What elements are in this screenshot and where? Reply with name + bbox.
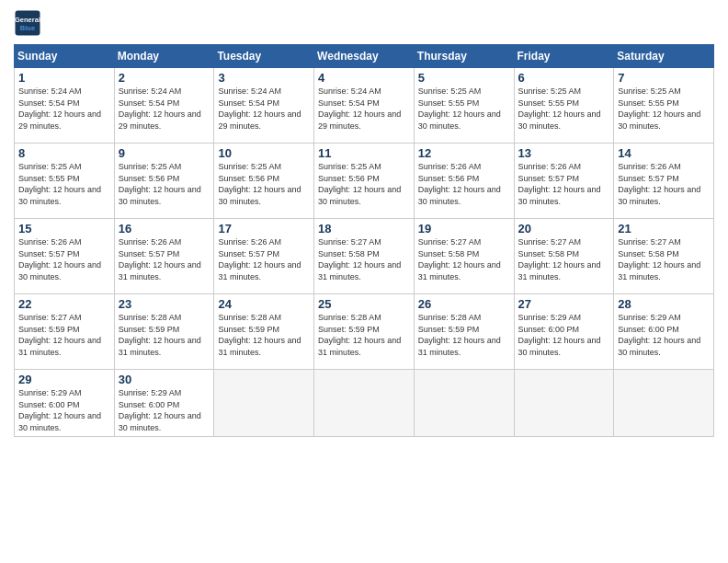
calendar-cell: 9Sunrise: 5:25 AMSunset: 5:56 PMDaylight… [114,144,214,219]
calendar-header-thursday: Thursday [414,45,514,68]
day-info: Sunrise: 5:28 AMSunset: 5:59 PMDaylight:… [318,312,410,358]
calendar-cell [414,370,514,437]
day-number: 30 [119,373,210,386]
calendar-header-row: SundayMondayTuesdayWednesdayThursdayFrid… [15,45,714,68]
day-number: 17 [218,222,310,236]
calendar-cell: 19Sunrise: 5:27 AMSunset: 5:58 PMDayligh… [414,219,514,294]
calendar-cell: 14Sunrise: 5:26 AMSunset: 5:57 PMDayligh… [614,144,714,219]
calendar-cell: 28Sunrise: 5:29 AMSunset: 6:00 PMDayligh… [614,294,714,370]
day-info: Sunrise: 5:24 AMSunset: 5:54 PMDaylight:… [18,86,110,132]
day-info: Sunrise: 5:24 AMSunset: 5:54 PMDaylight:… [318,86,410,132]
calendar-cell: 6Sunrise: 5:25 AMSunset: 5:55 PMDaylight… [514,68,614,144]
day-number: 7 [618,71,710,85]
day-number: 26 [418,297,510,311]
day-info: Sunrise: 5:26 AMSunset: 5:57 PMDaylight:… [218,236,310,282]
calendar-cell: 5Sunrise: 5:25 AMSunset: 5:55 PMDaylight… [414,68,514,144]
calendar-week-row: 1Sunrise: 5:24 AMSunset: 5:54 PMDaylight… [15,68,714,144]
day-number: 15 [18,222,110,236]
day-number: 29 [18,373,110,386]
calendar-cell [314,370,415,437]
day-info: Sunrise: 5:29 AMSunset: 6:00 PMDaylight:… [518,312,610,358]
day-info: Sunrise: 5:26 AMSunset: 5:57 PMDaylight:… [119,236,210,282]
svg-text:General: General [15,16,40,24]
day-number: 13 [518,146,610,160]
header: General Blue [14,9,714,37]
day-number: 10 [218,146,310,160]
calendar-cell: 23Sunrise: 5:28 AMSunset: 5:59 PMDayligh… [114,294,214,370]
day-info: Sunrise: 5:27 AMSunset: 5:58 PMDaylight:… [618,236,710,282]
day-number: 3 [218,71,310,85]
calendar-cell: 7Sunrise: 5:25 AMSunset: 5:55 PMDaylight… [614,68,714,144]
day-number: 23 [119,297,210,311]
day-number: 5 [418,71,510,85]
calendar-cell: 22Sunrise: 5:27 AMSunset: 5:59 PMDayligh… [15,294,115,370]
day-info: Sunrise: 5:27 AMSunset: 5:58 PMDaylight:… [418,236,510,282]
calendar-cell [214,370,314,437]
day-info: Sunrise: 5:29 AMSunset: 6:00 PMDaylight:… [618,312,710,358]
logo-icon: General Blue [14,9,41,37]
day-info: Sunrise: 5:27 AMSunset: 5:58 PMDaylight:… [518,236,610,282]
day-number: 2 [119,71,210,85]
calendar-header-friday: Friday [514,45,614,68]
day-number: 27 [518,297,610,311]
calendar-cell: 24Sunrise: 5:28 AMSunset: 5:59 PMDayligh… [214,294,314,370]
calendar-cell: 4Sunrise: 5:24 AMSunset: 5:54 PMDaylight… [314,68,415,144]
day-number: 20 [518,222,610,236]
day-number: 12 [418,146,510,160]
calendar-header-tuesday: Tuesday [214,45,314,68]
day-info: Sunrise: 5:28 AMSunset: 5:59 PMDaylight:… [119,312,210,358]
calendar-cell: 25Sunrise: 5:28 AMSunset: 5:59 PMDayligh… [314,294,415,370]
calendar-cell [514,370,614,437]
calendar-cell: 8Sunrise: 5:25 AMSunset: 5:55 PMDaylight… [15,144,115,219]
day-info: Sunrise: 5:24 AMSunset: 5:54 PMDaylight:… [218,86,310,132]
day-number: 11 [318,146,410,160]
day-info: Sunrise: 5:29 AMSunset: 6:00 PMDaylight:… [18,387,110,433]
day-info: Sunrise: 5:25 AMSunset: 5:55 PMDaylight:… [18,161,110,207]
calendar-cell: 26Sunrise: 5:28 AMSunset: 5:59 PMDayligh… [414,294,514,370]
day-info: Sunrise: 5:26 AMSunset: 5:57 PMDaylight:… [18,236,110,282]
calendar-cell: 2Sunrise: 5:24 AMSunset: 5:54 PMDaylight… [114,68,214,144]
calendar-cell: 1Sunrise: 5:24 AMSunset: 5:54 PMDaylight… [15,68,115,144]
calendar-cell: 15Sunrise: 5:26 AMSunset: 5:57 PMDayligh… [15,219,115,294]
day-info: Sunrise: 5:28 AMSunset: 5:59 PMDaylight:… [418,312,510,358]
day-number: 28 [618,297,710,311]
calendar-week-row: 22Sunrise: 5:27 AMSunset: 5:59 PMDayligh… [15,294,714,370]
day-info: Sunrise: 5:24 AMSunset: 5:54 PMDaylight:… [119,86,210,132]
day-info: Sunrise: 5:25 AMSunset: 5:55 PMDaylight:… [418,86,510,132]
calendar-week-row: 15Sunrise: 5:26 AMSunset: 5:57 PMDayligh… [15,219,714,294]
day-info: Sunrise: 5:25 AMSunset: 5:55 PMDaylight:… [518,86,610,132]
day-info: Sunrise: 5:29 AMSunset: 6:00 PMDaylight:… [119,387,210,433]
day-info: Sunrise: 5:26 AMSunset: 5:57 PMDaylight:… [618,161,710,207]
day-number: 8 [18,146,110,160]
calendar-cell: 21Sunrise: 5:27 AMSunset: 5:58 PMDayligh… [614,219,714,294]
page: General Blue SundayMondayTuesdayWednesda… [0,0,728,563]
day-info: Sunrise: 5:26 AMSunset: 5:56 PMDaylight:… [418,161,510,207]
calendar-cell: 3Sunrise: 5:24 AMSunset: 5:54 PMDaylight… [214,68,314,144]
calendar-week-row: 29Sunrise: 5:29 AMSunset: 6:00 PMDayligh… [15,370,714,437]
day-info: Sunrise: 5:25 AMSunset: 5:56 PMDaylight:… [119,161,210,207]
calendar-cell: 16Sunrise: 5:26 AMSunset: 5:57 PMDayligh… [114,219,214,294]
day-info: Sunrise: 5:25 AMSunset: 5:56 PMDaylight:… [318,161,410,207]
calendar-body: 1Sunrise: 5:24 AMSunset: 5:54 PMDaylight… [15,68,714,437]
day-info: Sunrise: 5:27 AMSunset: 5:58 PMDaylight:… [318,236,410,282]
calendar-cell: 13Sunrise: 5:26 AMSunset: 5:57 PMDayligh… [514,144,614,219]
calendar-cell: 17Sunrise: 5:26 AMSunset: 5:57 PMDayligh… [214,219,314,294]
calendar-cell: 11Sunrise: 5:25 AMSunset: 5:56 PMDayligh… [314,144,415,219]
calendar-header-sunday: Sunday [15,45,115,68]
day-number: 4 [318,71,410,85]
day-number: 18 [318,222,410,236]
day-info: Sunrise: 5:27 AMSunset: 5:59 PMDaylight:… [18,312,110,358]
calendar-cell: 27Sunrise: 5:29 AMSunset: 6:00 PMDayligh… [514,294,614,370]
logo: General Blue [14,9,45,37]
day-number: 9 [119,146,210,160]
day-number: 19 [418,222,510,236]
calendar-cell: 29Sunrise: 5:29 AMSunset: 6:00 PMDayligh… [15,370,115,437]
day-info: Sunrise: 5:25 AMSunset: 5:55 PMDaylight:… [618,86,710,132]
calendar-cell: 20Sunrise: 5:27 AMSunset: 5:58 PMDayligh… [514,219,614,294]
day-number: 14 [618,146,710,160]
day-number: 22 [18,297,110,311]
calendar-cell: 10Sunrise: 5:25 AMSunset: 5:56 PMDayligh… [214,144,314,219]
calendar-header-monday: Monday [114,45,214,68]
calendar-header-wednesday: Wednesday [314,45,415,68]
calendar-week-row: 8Sunrise: 5:25 AMSunset: 5:55 PMDaylight… [15,144,714,219]
